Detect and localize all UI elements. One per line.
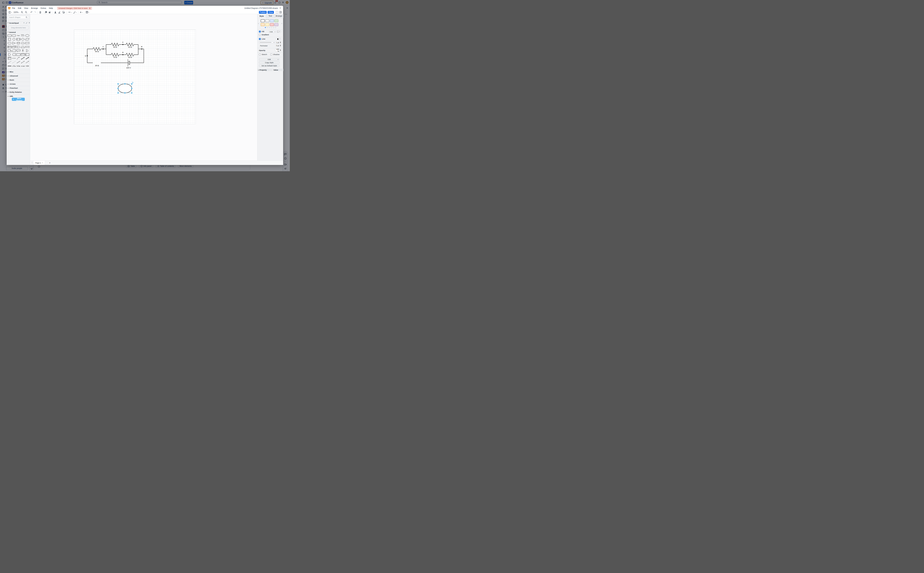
- preset-pager[interactable]: [257, 27, 283, 28]
- shape-textbox[interactable]: Heading: [21, 34, 25, 38]
- shape-ellipse[interactable]: [25, 34, 30, 38]
- shape-vertical-container[interactable]: [21, 53, 25, 56]
- preset-page-dot[interactable]: [269, 27, 270, 28]
- menu-edit[interactable]: Edit: [18, 7, 21, 9]
- shape-cloud[interactable]: [21, 41, 25, 45]
- section-flowchart[interactable]: ▸Flowchart: [7, 86, 30, 90]
- scratchpad-close-icon[interactable]: ✕: [29, 22, 30, 24]
- undo-icon[interactable]: ↶: [30, 11, 33, 14]
- redo-icon[interactable]: ↷: [34, 11, 36, 14]
- page-tab[interactable]: Page-1: [33, 161, 45, 165]
- shape-tape[interactable]: [25, 45, 30, 49]
- to-front-icon[interactable]: [44, 11, 47, 14]
- rotate-handle-icon[interactable]: ↻: [132, 81, 133, 84]
- diagram-canvas[interactable]: A B C D E 50 Ω 40 Ω 20 Ω 70 Ω 20 Ω 20 Ω …: [30, 14, 257, 161]
- shape-horizontal-container[interactable]: [25, 53, 30, 56]
- shape-curve[interactable]: [16, 56, 20, 60]
- shape-parallelogram[interactable]: [25, 38, 30, 41]
- shape-list-item[interactable]: List Item: [12, 56, 16, 60]
- shape-step[interactable]: [16, 45, 20, 49]
- shape-internal-storage[interactable]: [7, 45, 12, 49]
- line-width-stepper[interactable]: 1 pt: [276, 41, 281, 44]
- presets-prev-icon[interactable]: ‹: [258, 22, 259, 25]
- shape-actor[interactable]: [21, 49, 25, 53]
- modal-close-icon[interactable]: ✕: [286, 7, 288, 9]
- shape-list[interactable]: ListItem 1Item 2Item 3: [7, 56, 12, 60]
- opacity-stepper[interactable]: 100 %: [275, 49, 281, 52]
- close-button[interactable]: Close: [268, 11, 274, 14]
- waypoint-style-button[interactable]: ▾: [73, 11, 77, 14]
- edit-style-button[interactable]: Edit ▾: [259, 58, 279, 61]
- shape-arrow-with-source-label[interactable]: SourceLabel: [16, 64, 20, 68]
- tab-text[interactable]: Text: [266, 14, 275, 18]
- zoom-level-dropdown[interactable]: 100%▾: [14, 11, 19, 13]
- publish-button[interactable]: Publish: [259, 11, 267, 14]
- zoom-in-icon[interactable]: [21, 11, 23, 14]
- theme-sun-icon[interactable]: ☼: [279, 7, 281, 9]
- perimeter-stepper[interactable]: 0 pt: [276, 44, 281, 47]
- section-entity-relation[interactable]: ▸Entity Relation: [7, 90, 30, 94]
- shape-note[interactable]: [7, 49, 12, 53]
- shape-circle[interactable]: [12, 38, 16, 41]
- delete-icon[interactable]: [39, 11, 41, 14]
- shape-document[interactable]: [25, 41, 30, 45]
- shape-search-input[interactable]: Search Shapes: [8, 16, 29, 19]
- section-basic[interactable]: ▸Basic: [7, 78, 30, 82]
- shape-diamond[interactable]: [21, 38, 25, 41]
- line-style-select[interactable]: ▾: [259, 41, 275, 44]
- fill-mode-select[interactable]: Auto▾: [268, 30, 276, 33]
- view-panels-button[interactable]: ▾: [8, 11, 12, 14]
- style-preset[interactable]: [265, 19, 269, 22]
- shape-link[interactable]: [7, 64, 12, 68]
- style-preset[interactable]: [270, 19, 274, 22]
- shape-rectangle[interactable]: [7, 34, 12, 38]
- copy-style-button[interactable]: Copy Style: [259, 61, 279, 64]
- shape-dashed-line[interactable]: [7, 60, 12, 64]
- presets-next-icon[interactable]: ›: [281, 22, 282, 25]
- style-preset[interactable]: [275, 19, 278, 22]
- collapse-panel-icon[interactable]: [279, 11, 282, 13]
- add-page-icon[interactable]: +: [49, 161, 50, 164]
- table-button[interactable]: ▾: [86, 11, 89, 13]
- fullscreen-icon[interactable]: [276, 11, 278, 13]
- section-advanced[interactable]: ▸Advanced: [7, 74, 30, 78]
- section-misc[interactable]: ▸Misc: [7, 70, 30, 74]
- shape-trapezoid[interactable]: [21, 45, 25, 49]
- shape-card[interactable]: [12, 49, 16, 53]
- style-preset[interactable]: [265, 23, 269, 26]
- menu-arrange[interactable]: Arrange: [31, 7, 38, 9]
- connection-style-button[interactable]: ▾: [68, 11, 72, 13]
- shape-dotted-line[interactable]: [12, 60, 16, 64]
- line-checkbox[interactable]: ✓: [259, 38, 261, 40]
- shape-bidirectional-arrow[interactable]: [21, 56, 25, 60]
- style-preset[interactable]: [261, 19, 265, 22]
- shape-text[interactable]: Text: [16, 34, 20, 38]
- scratchpad-edit-icon[interactable]: [26, 22, 27, 24]
- shape-data-storage[interactable]: [12, 53, 16, 56]
- scratchpad-add-icon[interactable]: +: [24, 22, 24, 24]
- menu-file[interactable]: File: [12, 7, 15, 9]
- shape-arrow-with-crossover[interactable]: [25, 64, 30, 68]
- set-default-style-button[interactable]: Set as Default Style: [259, 64, 279, 67]
- section-arrows[interactable]: ▸Arrows: [7, 82, 30, 86]
- shape-or[interactable]: [25, 49, 30, 53]
- sketch-checkbox[interactable]: [259, 53, 261, 55]
- selected-ellipse[interactable]: [118, 84, 132, 93]
- preset-page-dot[interactable]: [267, 27, 268, 28]
- shadow-checkbox[interactable]: [270, 53, 272, 55]
- zoom-out-icon[interactable]: [25, 11, 27, 14]
- shape-cylinder[interactable]: [16, 41, 20, 45]
- to-back-icon[interactable]: [49, 11, 51, 14]
- preset-page-dot[interactable]: [265, 27, 266, 28]
- shape-callout[interactable]: [16, 49, 20, 53]
- fill-checkbox[interactable]: ✓: [259, 31, 261, 33]
- tab-style[interactable]: Style: [257, 14, 266, 18]
- scratchpad-header[interactable]: ▾Scratchpad + ✕: [7, 22, 31, 24]
- shape-triangle[interactable]: [12, 41, 16, 45]
- diagram-page[interactable]: A B C D E 50 Ω 40 Ω 20 Ω 70 Ω 20 Ω 20 Ω …: [74, 30, 196, 124]
- menu-view[interactable]: View: [24, 7, 28, 9]
- shape-square[interactable]: [7, 38, 12, 41]
- style-preset[interactable]: [261, 23, 265, 26]
- preset-page-dot[interactable]: [273, 27, 274, 28]
- style-preset[interactable]: [270, 23, 274, 26]
